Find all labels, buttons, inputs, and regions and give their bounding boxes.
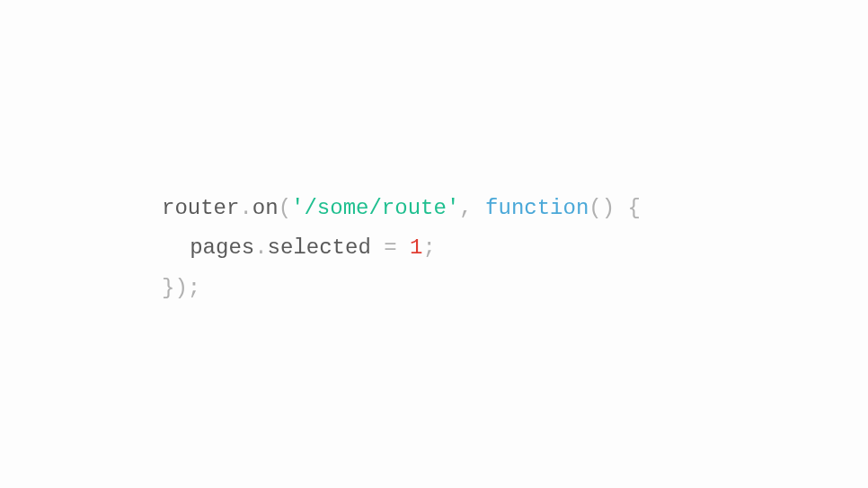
code-token-pages: pages [190, 235, 254, 260]
code-token-close-paren: ) [174, 276, 187, 300]
code-token-parens: () [589, 196, 615, 220]
code-token-space [615, 196, 627, 220]
code-token-dot: . [239, 196, 252, 220]
code-token-number: 1 [410, 235, 422, 260]
code-token-selected: selected [268, 235, 371, 260]
code-token-open-paren: ( [279, 196, 291, 220]
code-token-equals: = [371, 235, 410, 260]
code-snippet: router.on('/some/route', function() { pa… [162, 189, 641, 308]
code-token-string: '/some/route' [291, 196, 459, 220]
code-token-on: on [252, 196, 279, 220]
code-token-close-brace: } [162, 276, 174, 300]
code-token-open-brace: { [628, 196, 641, 220]
code-token-dot: . [254, 235, 267, 260]
code-token-semicolon: ; [188, 276, 200, 300]
code-token-router: router [162, 196, 239, 220]
code-token-semicolon: ; [422, 235, 435, 260]
code-token-comma: , [459, 196, 485, 220]
code-token-function-keyword: function [485, 196, 589, 220]
